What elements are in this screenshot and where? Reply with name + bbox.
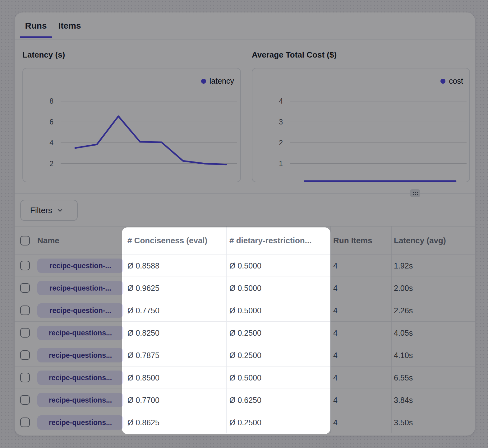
- cell-latency: 6.55s: [394, 373, 413, 382]
- row-checkbox[interactable]: [20, 350, 30, 360]
- drag-handle[interactable]: [410, 189, 420, 197]
- row-checkbox[interactable]: [20, 306, 30, 315]
- svg-text:4: 4: [279, 97, 283, 105]
- table-row: recipe-question-...Ø 0.8588Ø 0.500041.92…: [15, 254, 475, 277]
- row-checkbox[interactable]: [20, 395, 30, 405]
- chevron-down-icon: [56, 207, 64, 214]
- section-divider: [15, 193, 475, 194]
- cell-run-items: 4: [333, 418, 338, 427]
- svg-text:6: 6: [49, 118, 53, 126]
- svg-text:1: 1: [279, 160, 283, 168]
- cell-latency: 1.92s: [394, 261, 413, 270]
- column-header-run-items: Run Items: [333, 236, 372, 245]
- cell-run-items: 4: [333, 283, 338, 292]
- cell-dietary: Ø 0.5000: [229, 306, 261, 315]
- table-row: recipe-question-...Ø 0.7750Ø 0.500042.26…: [15, 299, 475, 321]
- cell-conciseness: Ø 0.8625: [127, 418, 159, 427]
- cell-run-items: 4: [333, 261, 338, 270]
- legend-dot: [440, 79, 445, 84]
- run-name-badge[interactable]: recipe-question-...: [37, 259, 123, 273]
- select-all-checkbox[interactable]: [20, 236, 30, 245]
- cost-chart: 4321 cost: [252, 68, 470, 182]
- cell-latency: 4.10s: [394, 351, 413, 360]
- table-row: recipe-question-...Ø 0.9625Ø 0.500042.00…: [15, 277, 475, 299]
- cell-run-items: 4: [333, 351, 338, 360]
- cell-dietary: Ø 0.2500: [229, 351, 261, 360]
- runs-panel: Runs Items Latency (s) Average Total Cos…: [15, 12, 475, 436]
- table-row: recipe-questions...Ø 0.7700Ø 0.625043.84…: [15, 389, 475, 411]
- cell-conciseness: Ø 0.8588: [127, 261, 159, 270]
- latency-legend: latency: [201, 77, 234, 86]
- cell-run-items: 4: [333, 306, 338, 315]
- cell-run-items: 4: [333, 395, 338, 404]
- row-checkbox[interactable]: [20, 328, 30, 338]
- cell-dietary: Ø 0.2500: [229, 418, 261, 427]
- column-header-dietary: # dietary-restriction...: [229, 236, 311, 245]
- filters-button[interactable]: Filters: [20, 200, 78, 221]
- cell-latency: 3.84s: [394, 395, 413, 404]
- run-name-badge[interactable]: recipe-question-...: [37, 281, 123, 295]
- svg-text:2: 2: [279, 139, 283, 147]
- screen: { "theme": { "accent": "#4f46e5", "badge…: [0, 0, 488, 448]
- svg-text:2: 2: [49, 160, 53, 168]
- cell-conciseness: Ø 0.7875: [127, 351, 159, 360]
- grip-dots-icon: [412, 191, 418, 195]
- row-checkbox[interactable]: [20, 283, 30, 293]
- cell-dietary: Ø 0.2500: [229, 328, 261, 337]
- run-name-badge[interactable]: recipe-questions...: [37, 415, 123, 430]
- tab-bar: Runs Items: [15, 12, 475, 40]
- table-row: recipe-questions...Ø 0.8500Ø 0.500046.55…: [15, 366, 475, 389]
- cell-conciseness: Ø 0.8500: [127, 373, 159, 382]
- cell-run-items: 4: [333, 328, 338, 337]
- cell-latency: 2.00s: [394, 283, 413, 292]
- latency-chart-title: Latency (s): [22, 50, 65, 60]
- cell-conciseness: Ø 0.7750: [127, 306, 159, 315]
- column-header-latency: Latency (avg): [394, 236, 446, 245]
- svg-text:8: 8: [49, 97, 53, 105]
- column-header-name: Name: [37, 236, 59, 245]
- cell-conciseness: Ø 0.9625: [127, 283, 159, 292]
- cost-chart-title: Average Total Cost ($): [252, 50, 337, 60]
- cell-run-items: 4: [333, 373, 338, 382]
- legend-dot: [201, 79, 206, 84]
- cell-latency: 3.50s: [394, 418, 413, 427]
- table-body: recipe-question-...Ø 0.8588Ø 0.500041.92…: [15, 254, 475, 433]
- run-name-badge[interactable]: recipe-questions...: [37, 371, 123, 385]
- table-header: Name # Conciseness (eval) # dietary-rest…: [15, 226, 475, 254]
- table-row: recipe-questions...Ø 0.7875Ø 0.250044.10…: [15, 344, 475, 366]
- cell-dietary: Ø 0.5000: [229, 283, 261, 292]
- cell-conciseness: Ø 0.7700: [127, 395, 159, 404]
- cell-conciseness: Ø 0.8250: [127, 328, 159, 337]
- cell-latency: 4.05s: [394, 328, 413, 337]
- legend-label: cost: [449, 77, 463, 86]
- table-row: recipe-questions...Ø 0.8625Ø 0.250043.50…: [15, 411, 475, 433]
- column-header-conciseness: # Conciseness (eval): [127, 236, 207, 245]
- svg-text:3: 3: [279, 118, 283, 126]
- cell-dietary: Ø 0.6250: [229, 395, 261, 404]
- cell-dietary: Ø 0.5000: [229, 373, 261, 382]
- cost-chart-canvas: 4321: [252, 68, 470, 182]
- run-name-badge[interactable]: recipe-questions...: [37, 393, 123, 407]
- legend-label: latency: [209, 77, 234, 86]
- row-checkbox[interactable]: [20, 373, 30, 382]
- run-name-badge[interactable]: recipe-questions...: [37, 348, 123, 362]
- cell-dietary: Ø 0.5000: [229, 261, 261, 270]
- row-checkbox[interactable]: [20, 418, 30, 427]
- latency-chart: 8642 latency: [22, 68, 241, 182]
- row-checkbox[interactable]: [20, 261, 30, 270]
- cell-latency: 2.26s: [394, 306, 413, 315]
- run-name-badge[interactable]: recipe-questions...: [37, 326, 123, 340]
- tab-runs[interactable]: Runs: [20, 12, 52, 39]
- table-row: recipe-questions...Ø 0.8250Ø 0.250044.05…: [15, 321, 475, 344]
- cost-legend: cost: [440, 77, 463, 86]
- svg-text:4: 4: [49, 139, 53, 147]
- tab-items[interactable]: Items: [55, 12, 84, 39]
- filters-label: Filters: [30, 206, 52, 215]
- run-name-badge[interactable]: recipe-question-...: [37, 303, 123, 318]
- runs-table: Name # Conciseness (eval) # dietary-rest…: [15, 226, 475, 433]
